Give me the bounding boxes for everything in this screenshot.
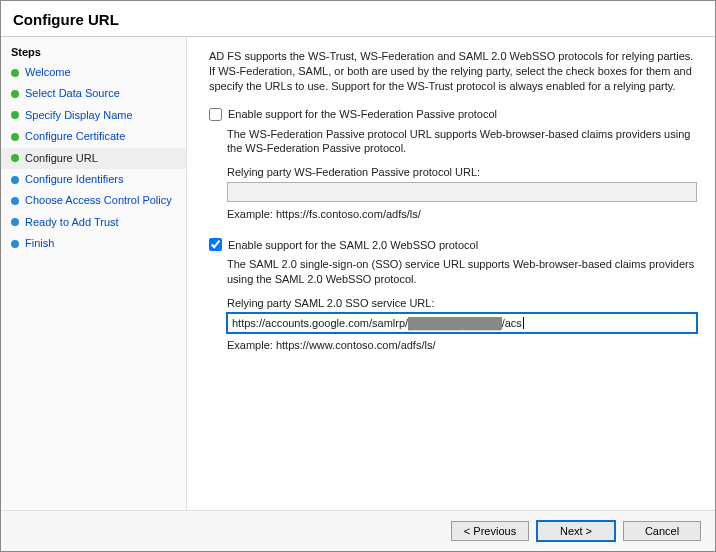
page-title: Configure URL (13, 11, 703, 28)
saml-url-label: Relying party SAML 2.0 SSO service URL: (227, 297, 697, 309)
steps-sidebar: Steps Welcome Select Data Source Specify… (1, 37, 187, 510)
saml-example: Example: https://www.contoso.com/adfs/ls… (227, 339, 697, 351)
sidebar-item-configure-certificate[interactable]: Configure Certificate (1, 126, 186, 147)
wsfed-url-input[interactable] (227, 182, 697, 202)
saml-enable-checkbox[interactable] (209, 238, 222, 251)
wsfed-example: Example: https://fs.contoso.com/adfs/ls/ (227, 208, 697, 220)
step-bullet-icon (11, 218, 19, 226)
sidebar-item-label: Specify Display Name (25, 108, 133, 123)
saml-url-input[interactable]: https://accounts.google.com/samlrp/█████… (227, 313, 697, 333)
sidebar-title: Steps (1, 43, 186, 62)
sidebar-item-label: Ready to Add Trust (25, 215, 119, 230)
sidebar-item-label: Welcome (25, 65, 71, 80)
step-bullet-icon (11, 69, 19, 77)
saml-url-redacted: ████████████ (408, 317, 502, 329)
sidebar-item-choose-access-control-policy[interactable]: Choose Access Control Policy (1, 190, 186, 211)
wsfed-desc: The WS-Federation Passive protocol URL s… (227, 127, 697, 157)
intro-text: AD FS supports the WS-Trust, WS-Federati… (209, 49, 697, 94)
sidebar-item-finish[interactable]: Finish (1, 233, 186, 254)
saml-checkbox-row: Enable support for the SAML 2.0 WebSSO p… (209, 238, 697, 251)
sidebar-item-label: Configure URL (25, 151, 98, 166)
step-bullet-icon (11, 111, 19, 119)
saml-enable-label[interactable]: Enable support for the SAML 2.0 WebSSO p… (228, 239, 478, 251)
sidebar-item-label: Finish (25, 236, 54, 251)
sidebar-item-configure-identifiers[interactable]: Configure Identifiers (1, 169, 186, 190)
previous-button[interactable]: < Previous (451, 521, 529, 541)
sidebar-item-label: Select Data Source (25, 86, 120, 101)
step-bullet-icon (11, 154, 19, 162)
saml-section: The SAML 2.0 single-sign-on (SSO) servic… (227, 257, 697, 351)
sidebar-item-ready-to-add-trust[interactable]: Ready to Add Trust (1, 212, 186, 233)
step-bullet-icon (11, 176, 19, 184)
cancel-button[interactable]: Cancel (623, 521, 701, 541)
text-cursor-icon (523, 317, 524, 329)
sidebar-item-welcome[interactable]: Welcome (1, 62, 186, 83)
saml-url-suffix: /acs (502, 317, 522, 329)
saml-desc: The SAML 2.0 single-sign-on (SSO) servic… (227, 257, 697, 287)
step-bullet-icon (11, 133, 19, 141)
sidebar-item-label: Choose Access Control Policy (25, 193, 172, 208)
main-panel: AD FS supports the WS-Trust, WS-Federati… (187, 37, 715, 510)
sidebar-item-label: Configure Identifiers (25, 172, 123, 187)
dialog-header: Configure URL (1, 1, 715, 37)
sidebar-item-label: Configure Certificate (25, 129, 125, 144)
wsfed-checkbox-row: Enable support for the WS-Federation Pas… (209, 108, 697, 121)
saml-url-prefix: https://accounts.google.com/samlrp/ (232, 317, 408, 329)
sidebar-item-configure-url[interactable]: Configure URL (1, 148, 186, 169)
step-bullet-icon (11, 240, 19, 248)
next-button[interactable]: Next > (537, 521, 615, 541)
wsfed-enable-checkbox[interactable] (209, 108, 222, 121)
wsfed-url-label: Relying party WS-Federation Passive prot… (227, 166, 697, 178)
sidebar-item-specify-display-name[interactable]: Specify Display Name (1, 105, 186, 126)
dialog-buttons: < Previous Next > Cancel (1, 510, 715, 551)
step-bullet-icon (11, 197, 19, 205)
wsfed-section: The WS-Federation Passive protocol URL s… (227, 127, 697, 221)
sidebar-item-select-data-source[interactable]: Select Data Source (1, 83, 186, 104)
wsfed-enable-label[interactable]: Enable support for the WS-Federation Pas… (228, 108, 497, 120)
step-bullet-icon (11, 90, 19, 98)
